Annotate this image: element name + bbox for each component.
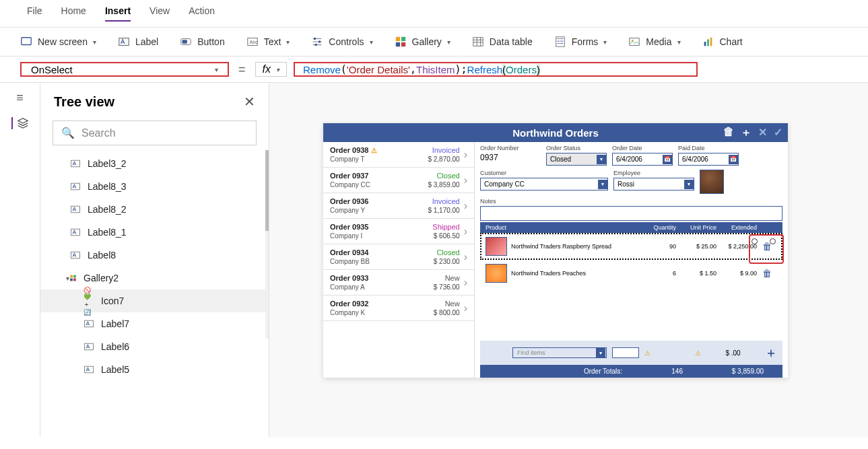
scrollbar-thumb[interactable] — [265, 150, 269, 231]
order-detail: Order Number 0937 Order Status Closed▾ O… — [475, 142, 788, 378]
canvas: Northwind Orders 🗑 ＋ ✕ ✓ Order 0938 ⚠Com… — [269, 83, 868, 438]
gallery-dropdown[interactable]: Gallery▾ — [395, 36, 450, 48]
add-line-button[interactable]: ＋ — [765, 345, 777, 361]
tree-item-label7[interactable]: Label7 — [40, 312, 269, 335]
qty-input[interactable] — [612, 347, 639, 358]
svg-rect-11 — [395, 42, 399, 46]
tree-item-label5[interactable]: Label5 — [40, 358, 269, 381]
media-dropdown[interactable]: Media▾ — [628, 36, 680, 48]
label-icon — [70, 250, 81, 261]
cancel-icon[interactable]: ✕ — [758, 126, 767, 140]
trash-icon[interactable]: 🗑 — [757, 241, 777, 252]
order-row[interactable]: Order 0932Company KNew$ 800.00› — [323, 296, 474, 321]
svg-rect-15 — [630, 38, 639, 46]
media-icon — [628, 36, 640, 48]
button-button[interactable]: Button — [180, 36, 224, 48]
svg-rect-9 — [395, 37, 399, 41]
fx-button[interactable]: fx▾ — [255, 62, 287, 77]
notes-input[interactable] — [480, 206, 782, 221]
line-item[interactable]: Northwind Traders Peaches6$ 1.50$ 9.00🗑 — [480, 260, 782, 287]
label-icon — [70, 204, 81, 215]
status-dropdown[interactable]: Closed▾ — [546, 153, 607, 166]
tree-search-input[interactable]: 🔍 Search — [53, 120, 257, 145]
svg-point-6 — [314, 38, 316, 40]
controls-dropdown[interactable]: Controls▾ — [311, 36, 372, 48]
order-row[interactable]: Order 0935Company IShipped$ 606.50› — [323, 219, 474, 244]
label-icon — [84, 318, 94, 329]
order-row[interactable]: Order 0934Company BBClosed$ 230.00› — [323, 244, 474, 270]
tree-item-gallery2[interactable]: ▾ Gallery2 — [40, 267, 269, 289]
plus-icon[interactable]: ＋ — [741, 126, 752, 140]
product-image — [486, 264, 507, 283]
svg-rect-18 — [707, 39, 709, 46]
svg-point-8 — [315, 44, 318, 46]
tree-item-label8[interactable]: Label8 — [40, 244, 269, 267]
formula-input[interactable]: Remove( 'Order Details', ThisItem ); Ref… — [294, 62, 698, 77]
trash-icon[interactable]: 🗑 — [723, 126, 734, 140]
tree-item-icon7[interactable]: 🚫💚＋🔄Icon7 — [40, 289, 269, 312]
chart-dropdown[interactable]: Chart — [702, 36, 743, 48]
order-row[interactable]: Order 0937Company CCClosed$ 3,859.00› — [323, 168, 474, 193]
property-dropdown[interactable]: OnSelect▾ — [20, 62, 229, 77]
employee-dropdown[interactable]: Rossi▾ — [613, 178, 694, 191]
find-items-dropdown[interactable]: Find items▾ — [512, 347, 607, 358]
layers-icon[interactable] — [11, 117, 29, 129]
menu-file[interactable]: File — [27, 5, 42, 22]
screen-icon — [20, 36, 32, 48]
forms-dropdown[interactable]: Forms▾ — [554, 36, 607, 48]
label-icon — [118, 36, 130, 48]
label-icon — [84, 341, 94, 352]
totals-row: Order Totals: 146 $ 3,859.00 — [480, 365, 782, 378]
gallery-icon: ▾ — [66, 273, 77, 283]
svg-rect-3 — [182, 40, 187, 43]
paid-date-input[interactable]: 6/4/2006📅 — [678, 153, 739, 166]
tree-item-label8_2[interactable]: Label8_2 — [40, 198, 269, 221]
line-items: Northwind Traders Raspberry Spread90$ 25… — [480, 233, 782, 341]
check-icon[interactable]: ✓ — [774, 126, 782, 140]
tree-view-panel: Tree view ✕ 🔍 Search Label3_2Label8_3Lab… — [40, 83, 269, 438]
new-screen-button[interactable]: New screen▾ — [20, 36, 96, 48]
chart-icon — [702, 36, 714, 48]
chevron-right-icon: › — [464, 174, 467, 186]
label-button[interactable]: Label — [118, 36, 158, 48]
chevron-right-icon: › — [464, 302, 467, 314]
tree-item-label3_2[interactable]: Label3_2 — [40, 152, 269, 175]
avatar — [700, 170, 724, 194]
app-title-bar: Northwind Orders 🗑 ＋ ✕ ✓ — [323, 123, 788, 142]
close-icon[interactable]: ✕ — [244, 94, 255, 110]
tree-title: Tree view — [54, 94, 114, 110]
tree-item-label6[interactable]: Label6 — [40, 335, 269, 358]
menu-view[interactable]: View — [149, 5, 170, 22]
menu-home[interactable]: Home — [61, 5, 86, 22]
svg-rect-28 — [73, 279, 76, 281]
trash-icon[interactable]: 🗑 — [757, 268, 777, 279]
label-icon — [70, 158, 81, 169]
side-rail: ≡ — [0, 83, 40, 438]
equals-label: = — [236, 62, 248, 77]
chevron-right-icon: › — [464, 200, 467, 212]
svg-rect-13 — [473, 38, 483, 46]
order-row[interactable]: Order 0936Company YInvoiced$ 1,170.00› — [323, 193, 474, 219]
text-icon: Abc — [246, 36, 259, 48]
tree-item-label8_1[interactable]: Label8_1 — [40, 221, 269, 244]
svg-rect-19 — [710, 38, 712, 46]
data-table-button[interactable]: Data table — [472, 36, 533, 48]
order-list[interactable]: Order 0938 ⚠Company TInvoiced$ 2,870.00›… — [323, 142, 475, 378]
menu-insert[interactable]: Insert — [105, 5, 131, 22]
hamburger-icon[interactable]: ≡ — [16, 91, 24, 105]
svg-point-7 — [319, 40, 321, 43]
gallery-icon — [395, 36, 407, 48]
customer-dropdown[interactable]: Company CC▾ — [480, 178, 608, 191]
text-dropdown[interactable]: Abc Text▾ — [246, 36, 290, 48]
forms-icon — [554, 36, 566, 48]
order-row[interactable]: Order 0938 ⚠Company TInvoiced$ 2,870.00› — [323, 142, 474, 168]
order-date-input[interactable]: 6/4/2006📅 — [612, 153, 673, 166]
icon-icon: 🚫💚＋🔄 — [84, 296, 94, 306]
tree-item-label8_3[interactable]: Label8_3 — [40, 175, 269, 198]
label-icon — [84, 364, 94, 375]
order-row[interactable]: Order 0933Company ANew$ 736.00› — [323, 270, 474, 296]
menu-action[interactable]: Action — [189, 5, 215, 22]
line-item[interactable]: Northwind Traders Raspberry Spread90$ 25… — [480, 233, 782, 260]
svg-rect-0 — [22, 38, 31, 45]
chevron-right-icon: › — [464, 251, 467, 263]
